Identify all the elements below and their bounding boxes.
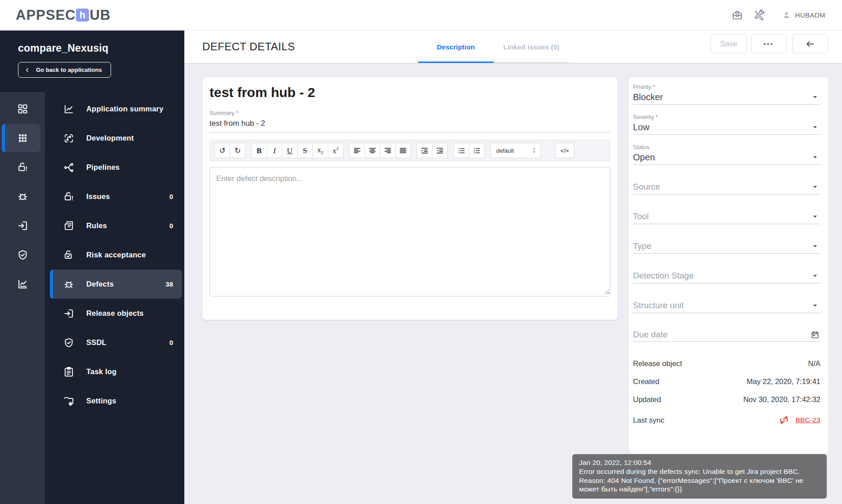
- arrow-left-icon: [805, 39, 815, 49]
- bold-button[interactable]: B: [251, 143, 267, 158]
- align-justify-button[interactable]: [395, 143, 411, 158]
- italic-button[interactable]: I: [267, 143, 282, 158]
- save-button[interactable]: Save: [710, 34, 747, 53]
- tools-icon[interactable]: [754, 9, 766, 21]
- status-row: Open: [633, 152, 820, 163]
- list-ol-button[interactable]: 123: [469, 143, 485, 158]
- go-back-to-applications-button[interactable]: Go back to applications: [18, 62, 111, 78]
- user-menu[interactable]: HUBADM: [782, 10, 825, 20]
- icon-rail: [0, 94, 45, 299]
- details-selects: Priority *BlockerSeverity *LowStatusOpen…: [633, 84, 820, 313]
- status-value: Open: [633, 152, 655, 163]
- rail-item-chart[interactable]: [0, 270, 45, 299]
- user-icon: [782, 10, 791, 20]
- back-button[interactable]: [792, 34, 828, 53]
- rail-item-apps[interactable]: [0, 124, 45, 153]
- sidebar-item-label: Issues: [86, 192, 110, 201]
- structure-unit-select[interactable]: Structure unit: [633, 300, 820, 313]
- severity-select[interactable]: Severity *Low: [633, 114, 820, 135]
- chart-icon: [17, 278, 29, 290]
- sidebar-item-count: 38: [165, 280, 173, 288]
- priority-row: Blocker: [633, 92, 820, 102]
- sidebar-item-rules[interactable]: Rules0: [50, 211, 182, 240]
- release-object-label: Release object: [633, 359, 682, 368]
- sidebar-item-label: Risk acceptance: [86, 251, 146, 259]
- summary-input[interactable]: [209, 116, 610, 133]
- rail-item-lock-alert[interactable]: [0, 153, 45, 182]
- caret-down-icon[interactable]: [810, 211, 820, 222]
- sidebar-item-application-summary[interactable]: Application summary: [50, 94, 182, 124]
- rail-item-shield-check[interactable]: [0, 240, 45, 270]
- logo-text-suffix: UB: [89, 7, 111, 23]
- outdent-button[interactable]: [432, 143, 448, 158]
- sidebar-item-release-objects[interactable]: Release objects: [50, 299, 182, 328]
- sidebar-item-defects[interactable]: Defects38: [50, 270, 182, 299]
- caret-down-icon[interactable]: [810, 92, 820, 102]
- logo-text-prefix: APPSEC: [16, 7, 76, 23]
- caret-down-icon[interactable]: [810, 241, 820, 252]
- caret-down-icon[interactable]: [810, 270, 820, 281]
- sidebar-item-ssdl[interactable]: SSDL0: [50, 328, 182, 357]
- page-title: DEFECT DETAILS: [202, 31, 295, 63]
- due-date-field[interactable]: Due date: [633, 330, 820, 342]
- severity-value: Low: [633, 122, 650, 133]
- detection-stage-select[interactable]: Detection Stage: [633, 270, 820, 283]
- sidebar-item-development[interactable]: Development: [50, 124, 182, 153]
- type-select[interactable]: Type: [633, 241, 820, 254]
- priority-select[interactable]: Priority *Blocker: [633, 84, 820, 105]
- align-left-button[interactable]: [349, 143, 365, 158]
- svg-text:3: 3: [473, 151, 475, 154]
- sidebar-item-risk-acceptance[interactable]: Risk acceptance: [50, 240, 182, 270]
- sidebar-item-label: Application summary: [86, 105, 164, 113]
- structure-unit-row: Structure unit: [633, 300, 820, 311]
- clipboard-icon: [63, 366, 75, 378]
- caret-down-icon[interactable]: [810, 181, 820, 192]
- tab-description[interactable]: Description: [418, 31, 494, 63]
- list-ul-button[interactable]: [454, 143, 469, 158]
- detection-stage-placeholder: Detection Stage: [633, 271, 694, 281]
- rail-item-bug[interactable]: [0, 182, 45, 211]
- code-view-button[interactable]: </>: [555, 143, 574, 158]
- sidebar-item-pipelines[interactable]: Pipelines: [50, 153, 182, 182]
- align-right-button[interactable]: [380, 143, 396, 158]
- caret-down-icon[interactable]: [810, 122, 820, 133]
- sidebar-header: compare_Nexusiq Go back to applications: [0, 31, 184, 78]
- redo-button[interactable]: ↻: [230, 143, 245, 158]
- undo-button[interactable]: ↺: [214, 143, 230, 158]
- rail-item-import[interactable]: [0, 211, 45, 240]
- toolbar-group: ↺↻: [214, 143, 245, 158]
- status-select[interactable]: StatusOpen: [633, 144, 820, 165]
- underline-button[interactable]: U: [282, 143, 298, 158]
- updated-value: Nov 30, 2020, 17:42:32: [743, 395, 820, 404]
- description-editor: [209, 167, 610, 296]
- created-row: CreatedMay 22, 2020, 7:19:41: [633, 372, 820, 390]
- sidebar-item-issues[interactable]: Issues0: [50, 182, 182, 211]
- source-select[interactable]: Source: [633, 181, 820, 195]
- sidebar-item-settings[interactable]: Settings: [50, 386, 182, 416]
- jira-issue-link[interactable]: BBC-23: [796, 416, 820, 424]
- tooltip-timestamp: Jan 20, 2022, 12:00:54: [579, 458, 820, 467]
- rail-item-dashboard[interactable]: [0, 94, 45, 124]
- sidebar-item-label: Pipelines: [86, 163, 120, 172]
- description-textarea[interactable]: [209, 167, 610, 296]
- created-value: May 22, 2020, 7:19:41: [747, 377, 820, 386]
- font-style-select[interactable]: default: [490, 143, 541, 158]
- username: HUBADM: [795, 11, 825, 19]
- shield-check-icon: [17, 249, 29, 261]
- tab-linked-issues-0-[interactable]: Linked issues (0): [494, 31, 569, 63]
- superscript-button[interactable]: x2: [328, 143, 343, 158]
- calendar-icon[interactable]: [811, 330, 820, 339]
- strike-button[interactable]: S: [297, 143, 313, 158]
- chevron-left-icon: [24, 67, 31, 73]
- subscript-button[interactable]: x2: [312, 143, 328, 158]
- rules-icon: [63, 220, 75, 232]
- caret-down-icon[interactable]: [810, 300, 820, 311]
- caret-down-icon[interactable]: [810, 152, 820, 163]
- sidebar-item-task-log[interactable]: Task log: [50, 357, 182, 386]
- align-center-button[interactable]: [365, 143, 380, 158]
- briefcase-icon[interactable]: [731, 9, 743, 21]
- tool-select[interactable]: Tool: [633, 211, 820, 224]
- more-actions-button[interactable]: •••: [751, 34, 787, 53]
- indent-button[interactable]: [417, 143, 432, 158]
- sidebar: compare_Nexusiq Go back to applications …: [0, 31, 184, 504]
